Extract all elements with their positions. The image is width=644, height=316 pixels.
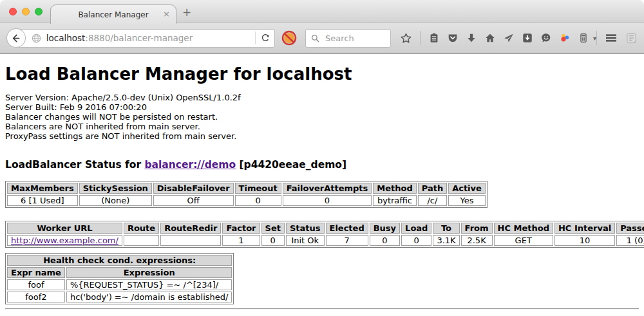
reading-list-button[interactable] (428, 32, 440, 44)
search-bar[interactable] (305, 29, 391, 48)
content-blocked-button[interactable] (281, 30, 298, 46)
column-header: Timeout (235, 183, 281, 194)
browser-tab[interactable]: Balancer Manager × (50, 5, 176, 24)
footer-divider (5, 308, 639, 310)
reload-icon (260, 33, 270, 43)
status-heading-suffix: [p4420eeae_demo] (240, 159, 347, 171)
navigation-toolbar: localhost:8880/balancer-manager (0, 23, 644, 54)
table-cell: GET (494, 235, 553, 246)
column-header: To (433, 223, 459, 234)
search-input[interactable] (324, 33, 385, 44)
save-to-device-icon (522, 32, 533, 44)
health-check-table: Health check cond. expressions: Expr nam… (5, 253, 234, 304)
column-header: RouteRedir (160, 223, 221, 234)
urlbar-divider (255, 32, 256, 44)
menu-icon (605, 32, 618, 44)
url-bar[interactable]: localhost:8880/balancer-manager (16, 29, 275, 48)
send-button[interactable] (503, 32, 515, 44)
proxypass-notice-line: ProxyPass settings are NOT inherited fro… (5, 131, 639, 141)
column-header: FailoverAttempts (283, 183, 372, 194)
search-icon (310, 33, 320, 43)
column-header: MaxMembers (7, 183, 78, 194)
close-window-button[interactable] (9, 8, 17, 15)
column-header: Set (261, 223, 285, 234)
toolbar-divider (596, 31, 597, 45)
table-cell: 2.5K (461, 235, 493, 246)
table-cell: 0 (235, 195, 281, 206)
table-cell: 1 (222, 235, 260, 246)
table-cell (160, 235, 221, 246)
table-row: foof %{REQUEST_STATUS} =~ /^[234]/ (7, 279, 232, 290)
table-header-row: MaxMembers StickySession DisableFailover… (7, 183, 486, 194)
table-cell: 6 [1 Used] (7, 195, 78, 206)
table-cell (124, 235, 159, 246)
worker-url-link[interactable]: http://www.example.com/ (11, 236, 118, 245)
table-title-row: Health check cond. expressions: (7, 255, 232, 266)
table-cell: Off (153, 195, 234, 206)
content-blocked-icon (281, 30, 298, 46)
menu-button[interactable] (605, 32, 618, 44)
tab-close-icon[interactable]: × (163, 10, 170, 18)
reload-button[interactable] (260, 33, 270, 43)
column-header: Active (448, 183, 486, 194)
table-row: 6 [1 Used] (None) Off 0 0 bytraffic /c/ … (7, 195, 486, 206)
globe-icon (31, 33, 42, 44)
table-row: foof2 hc('body') =~ /domain is establish… (7, 292, 232, 302)
table-cell: /c/ (418, 195, 447, 206)
status-heading-prefix: LoadBalancer Status for (5, 159, 141, 171)
reading-list-icon (428, 32, 440, 44)
table-cell: 0 (401, 235, 431, 246)
minimize-window-button[interactable] (22, 8, 30, 15)
pocket-icon (447, 32, 459, 44)
column-header: From (461, 223, 493, 234)
status-heading: LoadBalancer Status for balancer://demo … (5, 159, 639, 171)
column-header: Status (286, 223, 325, 234)
back-button[interactable] (6, 28, 26, 48)
balancer-link[interactable]: balancer://demo (144, 159, 236, 171)
home-button[interactable] (484, 32, 496, 44)
container-icon (578, 32, 589, 44)
expression-cell: hc('body') =~ /domain is established/ (66, 292, 232, 302)
column-header: DisableFailover (153, 183, 234, 194)
save-to-device-button[interactable] (522, 32, 533, 44)
column-header: Expr name (7, 267, 65, 278)
table-cell: 1 (0) (616, 235, 644, 246)
worker-row: http://www.example.com/ 1 0 Init Ok 7 0 … (7, 235, 644, 246)
container-button[interactable] (578, 32, 589, 44)
toolbar-divider (420, 31, 421, 45)
column-header: Elected (326, 223, 368, 234)
column-header: Path (418, 183, 447, 194)
window-titlebar[interactable]: Balancer Manager × + (0, 0, 644, 23)
downloads-button[interactable] (466, 32, 477, 44)
browser-window-chrome: Balancer Manager × + localhost:8880/bala… (0, 0, 644, 54)
colors-icon (559, 32, 571, 44)
new-tab-button[interactable]: + (182, 6, 191, 19)
column-header: Factor (222, 223, 260, 234)
table-cell: 7 (326, 235, 368, 246)
colors-button[interactable] (559, 32, 571, 44)
column-header: Method (373, 183, 416, 194)
bookmark-star-icon (400, 32, 412, 44)
back-icon (10, 33, 21, 44)
feedback-smiley-button[interactable] (540, 32, 552, 44)
column-header: Route (124, 223, 159, 234)
pocket-button[interactable] (447, 32, 459, 44)
bookmark-star-button[interactable] (400, 32, 412, 44)
table-header-row: Expr name Expression (7, 267, 232, 278)
column-header: Worker URL (7, 223, 122, 234)
column-header: HC Method (494, 223, 553, 234)
tab-title: Balancer Manager (78, 10, 148, 19)
table-cell: bytraffic (373, 195, 416, 206)
table-cell: http://www.example.com/ (7, 235, 122, 246)
tab-page-button[interactable] (625, 32, 638, 44)
table-cell: Init Ok (286, 235, 325, 246)
persist-notice-line: Balancer changes will NOT be persisted o… (5, 112, 639, 122)
feedback-smiley-icon (540, 32, 552, 44)
page-content: Load Balancer Manager for localhost Serv… (0, 64, 644, 310)
table-cell: 0 (261, 235, 285, 246)
downloads-icon (466, 32, 477, 44)
column-header: Busy (370, 223, 400, 234)
url-path-text: :8880/balancer-manager (85, 33, 193, 43)
toolbar-buttons: ▾ (400, 31, 596, 45)
zoom-window-button[interactable] (35, 8, 43, 15)
